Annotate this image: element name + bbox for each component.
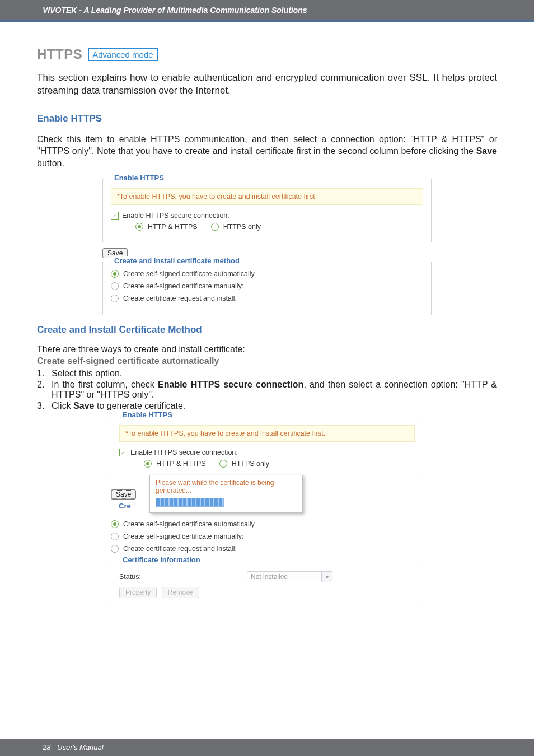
enable-https-heading: Enable HTTPS	[37, 113, 497, 124]
radio-unselected-icon	[111, 545, 119, 553]
status-value: Not installed	[247, 571, 322, 582]
text-bold: Save	[476, 146, 497, 156]
radio-selected-icon	[111, 270, 119, 278]
method-manual-2[interactable]: Create self-signed certificate manually:	[111, 533, 423, 540]
method-request-2[interactable]: Create certificate request and install:	[111, 545, 423, 553]
notice-box-2: *To enable HTTPS, you have to create and…	[119, 425, 415, 442]
create-method-heading: Create and Install Certificate Method	[37, 324, 497, 335]
method-auto-2[interactable]: Create self-signed certificate automatic…	[111, 520, 423, 528]
enable-checkbox-row[interactable]: ✓ Enable HTTPS secure connection:	[111, 212, 423, 220]
radio-selected-icon[interactable]	[144, 460, 152, 468]
enable-https-fieldset: Enable HTTPS *To enable HTTPS, you have …	[102, 179, 432, 242]
remove-button[interactable]: Remove	[162, 587, 199, 598]
status-row: Status: Not installed ▾	[119, 571, 415, 582]
method-auto-label-2: Create self-signed certificate automatic…	[123, 520, 255, 528]
page-title: HTTPS	[37, 46, 82, 62]
cert-info-legend: Certificate Information	[119, 556, 204, 564]
conn-option-row: HTTP & HTTPS HTTPS only	[135, 223, 423, 231]
intro-paragraph: This section explains how to enable auth…	[37, 72, 497, 97]
text-pre: Check this item to enable HTTPS communic…	[37, 134, 497, 156]
partial-legend: Cre	[119, 502, 131, 510]
enable-https-legend: Enable HTTPS	[111, 174, 167, 182]
step-1: 1.Select this option.	[37, 368, 497, 379]
enable-https-legend-2: Enable HTTPS	[119, 410, 176, 419]
save-button-2[interactable]: Save	[111, 489, 136, 500]
method-request-label: Create certificate request and install:	[123, 295, 237, 302]
radio-selected-icon[interactable]	[135, 223, 143, 231]
opt-http-https: HTTP & HTTPS	[148, 223, 198, 231]
progress-bar	[156, 498, 224, 507]
enable-https-desc: Check this item to enable HTTPS communic…	[37, 133, 497, 170]
method-manual-label: Create self-signed certificate manually:	[123, 282, 243, 290]
create-method-fieldset: Create and install certificate method Cr…	[102, 262, 432, 315]
radio-unselected-icon	[111, 295, 119, 302]
popup-message: Please wait while the certificate is bei…	[156, 479, 297, 494]
method-manual[interactable]: Create self-signed certificate manually:	[111, 282, 423, 290]
method-request[interactable]: Create certificate request and install:	[111, 295, 423, 302]
step-3: 3.Click Save to generate certificate.	[37, 401, 497, 411]
method-auto[interactable]: Create self-signed certificate automatic…	[111, 270, 423, 278]
radio-unselected-icon	[111, 282, 119, 290]
accent-line	[0, 20, 534, 22]
method-subhead: Create self-signed certificate automatic…	[37, 356, 497, 366]
notice-box: *To enable HTTPS, you have to create and…	[111, 188, 423, 205]
checkbox-label-2: Enable HTTPS secure connection:	[130, 449, 238, 456]
method-lead: There are three ways to create and insta…	[37, 343, 497, 356]
text-post: button.	[37, 158, 64, 168]
mode-tag: Advanced mode	[88, 48, 157, 61]
conn-option-row-2: HTTP & HTTPS HTTPS only	[144, 460, 415, 468]
property-button[interactable]: Property	[119, 587, 157, 598]
doc-header-title: VIVOTEK - A Leading Provider of Multimed…	[43, 6, 307, 15]
chevron-down-icon: ▾	[322, 571, 332, 582]
status-dropdown[interactable]: Not installed ▾	[247, 571, 332, 582]
enable-https-fieldset-2: Enable HTTPS *To enable HTTPS, you have …	[111, 416, 423, 479]
steps-list: 1.Select this option. 2.In the first col…	[37, 368, 497, 411]
radio-unselected-icon[interactable]	[211, 223, 219, 231]
doc-header: VIVOTEK - A Leading Provider of Multimed…	[0, 0, 534, 20]
checkbox-label: Enable HTTPS secure connection:	[122, 212, 229, 220]
checkbox-icon: ✓	[119, 449, 127, 456]
footer-page-label: 28 - User's Manual	[43, 743, 104, 752]
cert-button-row: Property Remove	[119, 587, 415, 598]
enable-checkbox-row-2[interactable]: ✓ Enable HTTPS secure connection:	[119, 449, 415, 456]
method-manual-label-2: Create self-signed certificate manually:	[123, 533, 243, 540]
progress-popup: Please wait while the certificate is bei…	[149, 475, 303, 513]
radio-selected-icon	[111, 520, 119, 528]
method-request-label-2: Create certificate request and install:	[123, 545, 237, 553]
opt-https-only: HTTPS only	[223, 223, 261, 231]
radio-unselected-icon	[111, 533, 119, 540]
step-2: 2.In the first column, check Enable HTTP…	[37, 380, 497, 400]
screenshot-1: Enable HTTPS *To enable HTTPS, you have …	[102, 179, 432, 315]
create-method-legend: Create and install certificate method	[111, 256, 243, 265]
opt-http-https-2: HTTP & HTTPS	[156, 460, 206, 468]
cert-info-fieldset: Certificate Information Status: Not inst…	[111, 561, 423, 606]
opt-https-only-2: HTTPS only	[232, 460, 269, 468]
doc-footer: 28 - User's Manual	[0, 739, 534, 756]
method-auto-label: Create self-signed certificate automatic…	[123, 270, 255, 278]
page-title-row: HTTPS Advanced mode	[37, 46, 497, 62]
radio-unselected-icon[interactable]	[219, 460, 227, 468]
checkbox-icon: ✓	[111, 212, 119, 220]
screenshot-2: Enable HTTPS *To enable HTTPS, you have …	[111, 416, 423, 606]
status-label: Status:	[119, 573, 242, 581]
